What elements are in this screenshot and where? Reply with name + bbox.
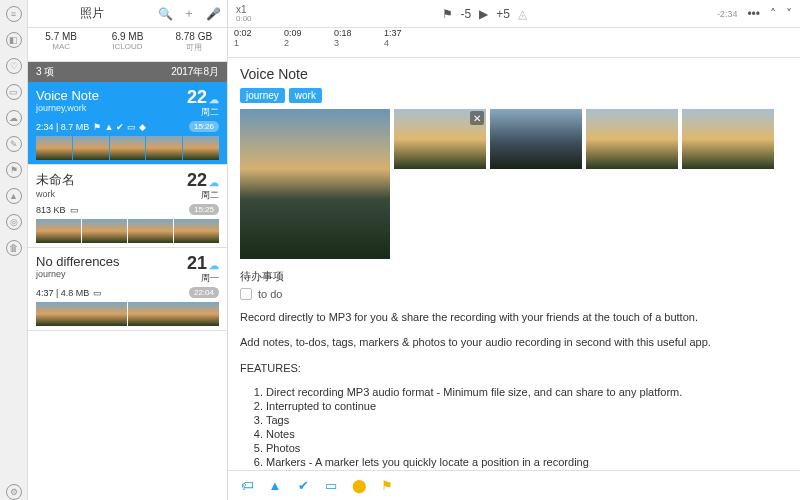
time-remaining: -2:34 (717, 9, 738, 19)
entry-thumb (36, 219, 81, 243)
entry-thumb (36, 136, 72, 160)
content-area: Voice Note journeywork ✕ 待办事项 to do Reco… (228, 58, 800, 470)
entry-item[interactable]: 未命名 work 22☁ 周二 813 KB ▭ 15:25 (28, 165, 227, 248)
skip-forward-button[interactable]: +5 (496, 7, 510, 21)
entry-thumb (73, 136, 109, 160)
tag-chip[interactable]: work (289, 88, 322, 103)
collapse-up-icon[interactable]: ˄ (770, 7, 776, 21)
entry-thumb (128, 219, 173, 243)
check-icon: ✔ (116, 122, 124, 132)
todo-checkbox[interactable] (240, 288, 252, 300)
skip-back-button[interactable]: -5 (461, 7, 472, 21)
timeline-marker[interactable]: 0:183 (334, 28, 384, 57)
left-title: 照片 (34, 5, 149, 22)
rail-flag-icon[interactable]: ⚑ (6, 162, 22, 178)
timeline-marker[interactable]: 0:092 (284, 28, 334, 57)
entry-item[interactable]: Voice Note journey,work 22☁ 周二 2:34 | 8.… (28, 82, 227, 165)
entry-name: Voice Note (36, 88, 99, 103)
play-button[interactable]: ▶ (479, 7, 488, 21)
entry-thumbs (36, 136, 219, 160)
photo-large[interactable] (240, 109, 390, 259)
entry-thumb (128, 302, 219, 326)
airplay-icon[interactable]: ◬ (518, 7, 527, 21)
check-icon[interactable]: ✔ (294, 477, 312, 495)
feature-item: Markers - A marker lets you quickly loca… (266, 456, 788, 468)
flag-icon: ⚑ (93, 122, 101, 132)
playback-speed[interactable]: x1 0:00 (236, 5, 252, 23)
flag-marker-icon[interactable]: ⚑ (378, 477, 396, 495)
entry-time: 22:04 (189, 287, 219, 298)
entry-tags: work (36, 189, 75, 199)
timeline-marker[interactable]: 0:021 (234, 28, 284, 57)
todo-header: 待办事项 (240, 269, 788, 284)
entry-thumb (183, 136, 219, 160)
collapse-down-icon[interactable]: ˅ (786, 7, 792, 21)
timeline-ruler[interactable]: 0:0210:0920:1831:374 (228, 28, 800, 58)
entry-time: 15:26 (189, 121, 219, 132)
rail-pencil-icon[interactable]: ✎ (6, 136, 22, 152)
entry-meta: 2:34 | 8.7 MB (36, 122, 89, 132)
entry-tags: journey,work (36, 103, 99, 113)
entry-thumbs (36, 302, 219, 326)
note-title: Voice Note (240, 66, 788, 82)
more-icon[interactable]: ••• (747, 7, 760, 21)
entry-name: 未命名 (36, 171, 75, 189)
flag-icon[interactable]: ⚑ (442, 7, 453, 21)
entry-item[interactable]: No differences journey 21☁ 周一 4:37 | 4.8… (28, 248, 227, 331)
rail-trash-icon[interactable]: 🗑 (6, 240, 22, 256)
tag-chip[interactable]: journey (240, 88, 285, 103)
rail-monitor-icon[interactable]: ▭ (6, 84, 22, 100)
mic-icon[interactable]: 🎤 (205, 6, 221, 22)
entry-day: 22☁ (187, 171, 219, 189)
rail-list-icon[interactable]: ≡ (6, 6, 22, 22)
rail-settings-icon[interactable]: ⚙ (6, 484, 22, 500)
entry-weekday: 周二 (187, 189, 219, 202)
feature-list: Direct recording MP3 audio format - Mini… (266, 386, 788, 470)
marker-icon: ◆ (139, 122, 146, 132)
entry-meta: 4:37 | 4.8 MB (36, 288, 89, 298)
note-icon[interactable]: ▭ (322, 477, 340, 495)
icon-rail: ≡ ◧ ♡ ▭ ☁ ✎ ⚑ ▲ ◎ 🗑 ⚙ (0, 0, 28, 500)
entry-thumb (110, 136, 146, 160)
search-icon[interactable]: 🔍 (157, 6, 173, 22)
description: Record directly to MP3 for you & share t… (240, 310, 788, 470)
close-icon[interactable]: ✕ (470, 111, 484, 125)
entry-tags: journey (36, 269, 120, 279)
entry-day: 22☁ (187, 88, 219, 106)
timeline-marker[interactable]: 1:374 (384, 28, 434, 57)
feature-item: Photos (266, 442, 788, 454)
entry-day: 21☁ (187, 254, 219, 272)
storage-free: 8.78 GB 可用 (161, 28, 227, 61)
feature-item: Interrupted to continue (266, 400, 788, 412)
rail-camera-icon[interactable]: ◧ (6, 32, 22, 48)
section-count: 3 项 (36, 65, 54, 79)
entry-weekday: 周一 (187, 272, 219, 285)
entry-weekday: 周二 (187, 106, 219, 119)
rail-circle-icon[interactable]: ◎ (6, 214, 22, 230)
photo-thumb[interactable] (586, 109, 678, 169)
section-month: 2017年8月 (171, 65, 219, 79)
photo-gallery: ✕ (240, 109, 788, 259)
rail-cloud-icon[interactable]: ☁ (6, 110, 22, 126)
rail-image-icon[interactable]: ▲ (6, 188, 22, 204)
photo-thumb[interactable] (682, 109, 774, 169)
feature-item: Notes (266, 428, 788, 440)
marker-icon[interactable]: ⬤ (350, 477, 368, 495)
add-icon[interactable]: ＋ (181, 6, 197, 22)
left-toolbar: 照片 🔍 ＋ 🎤 (28, 0, 227, 28)
tag-icon[interactable]: 🏷 (238, 477, 256, 495)
photo-icon[interactable]: ▲ (266, 477, 284, 495)
section-header: 3 项 2017年8月 (28, 62, 227, 82)
photo-thumb[interactable]: ✕ (394, 109, 486, 169)
storage-mac: 5.7 MB MAC (28, 28, 94, 61)
cloud-icon: ☁ (209, 94, 219, 105)
entry-list: Voice Note journey,work 22☁ 周二 2:34 | 8.… (28, 82, 227, 331)
entry-time: 15:25 (189, 204, 219, 215)
photo-thumb[interactable] (490, 109, 582, 169)
bottom-bar: 🏷 ▲ ✔ ▭ ⬤ ⚑ (228, 470, 800, 500)
rail-heart-icon[interactable]: ♡ (6, 58, 22, 74)
todo-row: to do (240, 288, 788, 300)
entry-thumb (82, 219, 127, 243)
storage-row: 5.7 MB MAC 6.9 MB ICLOUD 8.78 GB 可用 (28, 28, 227, 62)
entry-thumbs (36, 219, 219, 243)
